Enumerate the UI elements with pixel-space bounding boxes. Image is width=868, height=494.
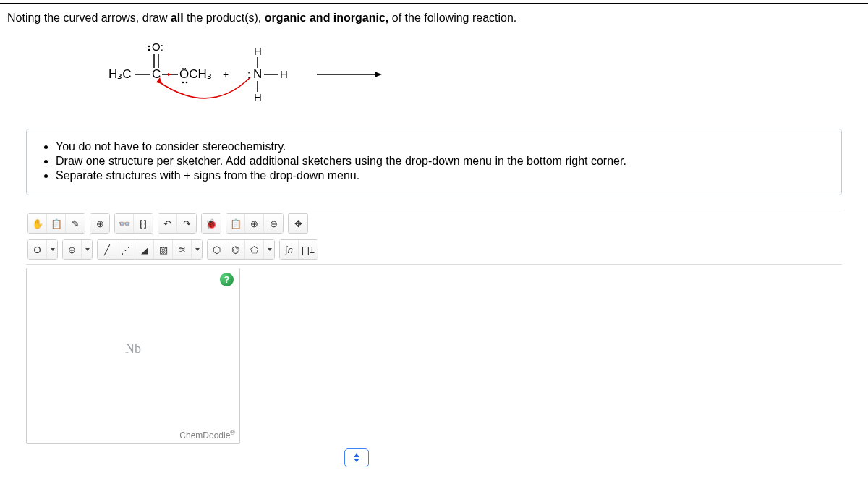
benzene-button[interactable]: ⌬ [226, 240, 245, 259]
r2-h-bottom: H [254, 91, 262, 103]
q-mid: the product(s), [184, 12, 265, 24]
reaction-diagram: H₃C C O: ÖCH₃ + N : H H H [0, 32, 868, 117]
charge-bracket-button[interactable]: [ ]± [299, 240, 318, 259]
clear-button[interactable]: ✎ [66, 214, 85, 233]
q-bold2: organic and inorganic, [265, 12, 389, 24]
clear-icon: ✎ [72, 218, 80, 229]
wedge-up-icon: ◢ [141, 244, 148, 255]
canvas-help-button[interactable]: ? [220, 273, 234, 286]
instruction-item: Separate structures with + signs from th… [56, 169, 828, 183]
r1-h3c: H₃C [109, 67, 132, 81]
redo-icon: ↷ [183, 218, 191, 229]
bond-dropdown[interactable] [192, 240, 202, 259]
copy-button[interactable]: 📋 [47, 214, 66, 233]
hand-tool-button[interactable]: ✋ [28, 214, 47, 233]
r2-n: N [253, 67, 262, 81]
r2-h-top: H [254, 45, 262, 57]
svg-point-4 [148, 49, 150, 51]
triple-bond-icon: ≋ [178, 244, 186, 255]
r1-och3: ÖCH₃ [179, 67, 212, 81]
sketcher: ✋ 📋 ✎ ⊕ 👓 ⁅⁆ ↶ ↷ 🐞 📋 ⊕ ⊖ ✥ O [26, 210, 842, 474]
redo-button[interactable]: ↷ [177, 214, 196, 233]
charge-icon: ⊕ [68, 244, 76, 255]
curve-icon: ∫n [285, 244, 293, 255]
toolbar: ✋ 📋 ✎ ⊕ 👓 ⁅⁆ ↶ ↷ 🐞 📋 ⊕ ⊖ ✥ O [26, 210, 842, 265]
svg-marker-8 [168, 73, 172, 76]
hexagon-icon: ⬡ [213, 244, 221, 255]
svg-marker-16 [354, 459, 359, 462]
atom-dropdown[interactable] [47, 240, 57, 259]
clean-button[interactable]: ✥ [289, 214, 307, 233]
zoom-in-icon: ⊕ [250, 218, 258, 229]
hand-icon: ✋ [32, 218, 43, 229]
help-icon: ? [224, 274, 230, 285]
r2-h-right: H [280, 68, 288, 80]
q-prefix: Noting the curved arrows, draw [7, 12, 171, 24]
reaction-svg: H₃C C O: ÖCH₃ + N : H H H [29, 38, 405, 111]
brackets-icon: ⁅⁆ [140, 218, 147, 229]
single-bond-button[interactable]: ╱ [98, 240, 116, 259]
svg-marker-14 [375, 72, 382, 77]
view-button[interactable]: 👓 [115, 214, 134, 233]
benzene-icon: ⌬ [231, 244, 239, 255]
svg-point-7 [186, 82, 188, 84]
instruction-item: You do not have to consider stereochemis… [56, 140, 828, 154]
stepper-icon [352, 453, 361, 463]
brand-text: ChemDoodle [179, 430, 230, 440]
bug-icon: 🐞 [205, 218, 217, 229]
q-bold1: all [171, 12, 184, 24]
curve-arrow-button[interactable]: ∫n [280, 240, 299, 259]
copy-icon: 📋 [51, 218, 62, 229]
center-button[interactable]: ⊕ [90, 214, 109, 233]
clean-icon: ✥ [294, 218, 302, 229]
wedge-up-button[interactable]: ◢ [135, 240, 154, 259]
drawing-canvas[interactable]: ? Nb ChemDoodle® [26, 268, 240, 444]
undo-button[interactable]: ↶ [158, 214, 177, 233]
r1-o: O: [152, 41, 163, 53]
r2-lp: : [247, 68, 250, 80]
plus-sign: + [223, 69, 229, 80]
atom-button[interactable]: O [28, 240, 47, 259]
svg-marker-15 [354, 453, 359, 457]
paste-button[interactable]: 📋 [226, 214, 245, 233]
single-bond-icon: ╱ [104, 244, 110, 255]
zoom-in-button[interactable]: ⊕ [245, 214, 264, 233]
chemdoodle-brand: ChemDoodle® [179, 429, 235, 440]
paste-icon: 📋 [230, 218, 242, 229]
wedge-down-icon: ▨ [159, 244, 168, 255]
pentagon-icon: ⬠ [250, 244, 258, 255]
bracket-icon: [ ]± [302, 244, 315, 255]
svg-point-3 [148, 46, 150, 48]
ring-dropdown[interactable] [264, 240, 274, 259]
q-suffix: of the following reaction. [388, 12, 516, 24]
atom-label: O [33, 244, 41, 255]
bug-button[interactable]: 🐞 [202, 214, 221, 233]
canvas-placeholder: Nb [125, 341, 141, 357]
glasses-icon: 👓 [119, 218, 130, 229]
brackets-button[interactable]: ⁅⁆ [134, 214, 153, 233]
brand-mark: ® [230, 429, 235, 436]
instructions-box: You do not have to consider stereochemis… [26, 129, 842, 195]
charge-button[interactable]: ⊕ [63, 240, 82, 259]
hexagon-button[interactable]: ⬡ [208, 240, 226, 259]
wedge-down-button[interactable]: ▨ [154, 240, 173, 259]
dotted-bond-button[interactable]: ⋰ [116, 240, 135, 259]
pentagon-button[interactable]: ⬠ [245, 240, 264, 259]
dotted-bond-icon: ⋰ [121, 244, 130, 255]
svg-point-6 [182, 82, 184, 84]
undo-icon: ↶ [163, 218, 171, 229]
crosshair-icon: ⊕ [96, 218, 104, 229]
instruction-item: Draw one structure per sketcher. Add add… [56, 154, 828, 169]
question-text: Noting the curved arrows, draw all the p… [0, 9, 868, 32]
triple-bond-button[interactable]: ≋ [173, 240, 192, 259]
charge-dropdown[interactable] [82, 240, 92, 259]
zoom-out-icon: ⊖ [270, 218, 278, 229]
zoom-out-button[interactable]: ⊖ [264, 214, 283, 233]
add-sketcher-stepper[interactable] [344, 448, 369, 467]
